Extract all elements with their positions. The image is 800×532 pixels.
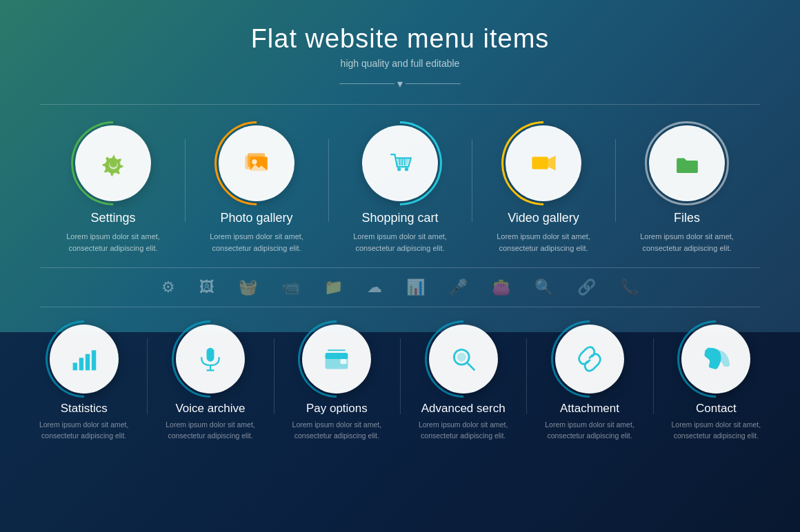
photo-gallery-icon-circle <box>219 125 294 201</box>
photo-gallery-title: Photo gallery <box>220 211 292 225</box>
menu-item-advanced-search[interactable]: Advanced serch Lorem ipsum dolor sit ame… <box>400 325 526 442</box>
voice-archive-desc: Lorem ipsum dolor sit amet, consectetur … <box>166 420 255 442</box>
menu-item-voice-archive[interactable]: Voice archive Lorem ipsum dolor sit amet… <box>147 325 273 442</box>
contact-title: Contact <box>696 402 737 416</box>
menu-item-shopping-cart[interactable]: Shopping cart Lorem ipsum dolor sit amet… <box>328 125 472 254</box>
statistics-icon-circle <box>50 325 119 393</box>
contact-icon-circle <box>681 325 750 393</box>
settings-title: Settings <box>90 211 135 225</box>
video-gallery-icon-circle <box>506 125 581 201</box>
mini-settings-icon[interactable]: ⚙ <box>161 278 175 296</box>
mini-wallet-icon[interactable]: 👛 <box>492 278 510 296</box>
page-subtitle: high quality and full editable <box>0 58 800 69</box>
shopping-cart-desc: Lorem ipsum dolor sit amet, consectetur … <box>353 231 447 254</box>
mini-mic-icon[interactable]: 🎤 <box>449 278 468 296</box>
advanced-search-desc: Lorem ipsum dolor sit amet, consectetur … <box>419 420 508 442</box>
mini-video-icon[interactable]: 📹 <box>281 278 300 296</box>
menu-item-files[interactable]: Files Lorem ipsum dolor sit amet, consec… <box>615 125 759 254</box>
mini-folder-icon[interactable]: 📁 <box>324 278 343 296</box>
mini-link-icon[interactable]: 🔗 <box>577 278 596 296</box>
header: Flat website menu items high quality and… <box>0 0 800 104</box>
pay-options-icon-circle <box>302 325 371 393</box>
menu-item-pay-options[interactable]: Pay options Lorem ipsum dolor sit amet, … <box>274 325 400 442</box>
bottom-menu-section: Statistics Lorem ipsum dolor sit amet, c… <box>0 307 800 456</box>
page-title: Flat website menu items <box>0 24 800 54</box>
voice-archive-icon-circle <box>176 325 245 393</box>
statistics-title: Statistics <box>61 402 108 416</box>
menu-item-settings[interactable]: Settings Lorem ipsum dolor sit amet, con… <box>41 125 185 254</box>
mini-photo-icon[interactable]: 🖼 <box>199 278 214 296</box>
video-gallery-desc: Lorem ipsum dolor sit amet, consectetur … <box>497 231 590 254</box>
voice-archive-title: Voice archive <box>175 402 245 416</box>
shopping-cart-icon-circle <box>362 125 438 201</box>
settings-icon-circle <box>75 125 151 201</box>
files-desc: Lorem ipsum dolor sit amet, consectetur … <box>640 231 734 254</box>
photo-gallery-desc: Lorem ipsum dolor sit amet, consectetur … <box>210 231 303 254</box>
mini-search-icon[interactable]: 🔍 <box>534 278 553 296</box>
mini-basket-icon[interactable]: 🧺 <box>239 278 257 296</box>
contact-desc: Lorem ipsum dolor sit amet, consectetur … <box>672 420 761 442</box>
menu-item-statistics[interactable]: Statistics Lorem ipsum dolor sit amet, c… <box>21 325 147 442</box>
attachment-title: Attachment <box>560 402 619 416</box>
attachment-desc: Lorem ipsum dolor sit amet, consectetur … <box>545 420 634 442</box>
video-gallery-title: Video gallery <box>508 211 579 225</box>
menu-item-photo-gallery[interactable]: Photo gallery Lorem ipsum dolor sit amet… <box>185 125 328 254</box>
shopping-cart-title: Shopping cart <box>361 211 438 225</box>
pay-options-desc: Lorem ipsum dolor sit amet, consectetur … <box>292 420 382 442</box>
settings-desc: Lorem ipsum dolor sit amet, consectetur … <box>66 231 160 254</box>
header-divider: ▾ <box>0 77 800 90</box>
files-icon-circle <box>649 125 725 201</box>
menu-item-attachment[interactable]: Attachment Lorem ipsum dolor sit amet, c… <box>526 325 652 442</box>
advanced-search-icon-circle <box>429 325 498 393</box>
advanced-search-title: Advanced serch <box>421 402 506 416</box>
mini-icons-row: ⚙ 🖼 🧺 📹 📁 ☁ 📊 🎤 👛 🔍 🔗 📞 <box>0 268 800 307</box>
chevron-down-icon: ▾ <box>397 77 403 90</box>
pay-options-title: Pay options <box>306 402 368 416</box>
mini-chart-icon[interactable]: 📊 <box>406 278 425 296</box>
top-menu-section: Settings Lorem ipsum dolor sit amet, con… <box>0 105 800 267</box>
mini-phone-icon[interactable]: 📞 <box>620 278 639 296</box>
mini-cloud-icon[interactable]: ☁ <box>367 278 382 296</box>
menu-item-contact[interactable]: Contact Lorem ipsum dolor sit amet, cons… <box>653 325 779 442</box>
files-title: Files <box>674 211 700 225</box>
menu-item-video-gallery[interactable]: Video gallery Lorem ipsum dolor sit amet… <box>472 125 615 254</box>
attachment-icon-circle <box>555 325 624 393</box>
statistics-desc: Lorem ipsum dolor sit amet, consectetur … <box>39 420 129 442</box>
